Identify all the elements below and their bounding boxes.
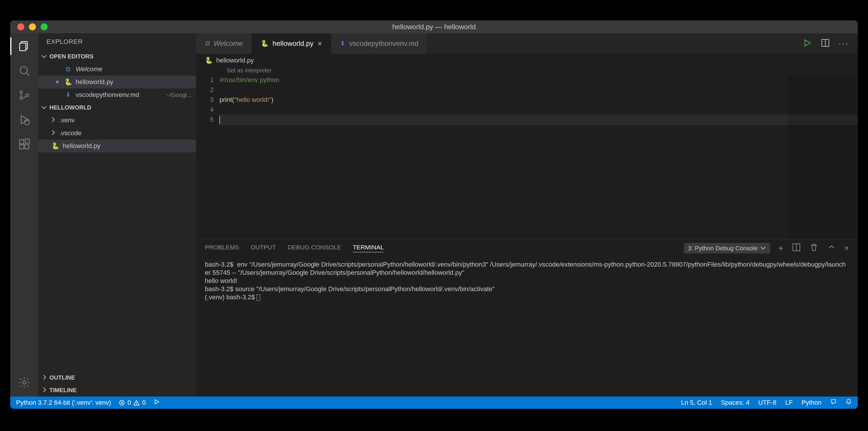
panel-tabs: PROBLEMSOUTPUTDEBUG CONSOLETERMINAL 3: P…	[196, 239, 858, 257]
line-number: 1	[196, 75, 214, 85]
explorer-sidebar: EXPLORER OPEN EDITORS ⧉Welcome×🐍hellowor…	[38, 33, 196, 397]
maximize-panel-icon[interactable]	[827, 243, 836, 254]
svg-point-13	[23, 381, 26, 384]
status-spaces[interactable]: Spaces: 4	[721, 399, 750, 406]
svg-rect-1	[20, 43, 26, 51]
line-number: 5	[196, 115, 214, 125]
open-editor-item[interactable]: ×🐍helloworld.py	[38, 76, 196, 89]
python-file-icon: 🐍	[205, 57, 213, 64]
svg-marker-24	[155, 400, 159, 404]
search-activity-icon[interactable]	[17, 64, 31, 78]
run-icon[interactable]	[803, 38, 812, 49]
svg-point-2	[20, 67, 28, 74]
breadcrumb-label: helloworld.py	[216, 57, 254, 64]
folder-item[interactable]: 🐍helloworld.py	[38, 140, 196, 153]
open-editor-label: vscodepythonvenv.md	[76, 91, 139, 99]
status-notifications-icon[interactable]	[845, 399, 852, 407]
minimize-window-button[interactable]	[29, 23, 36, 30]
open-editors-header[interactable]: OPEN EDITORS	[38, 50, 196, 63]
file-icon: 🐍	[51, 142, 59, 150]
status-language[interactable]: Python	[802, 399, 822, 406]
code-line[interactable]	[219, 85, 858, 95]
editor-tab[interactable]: 🐍helloworld.py×	[252, 33, 331, 54]
maximize-window-button[interactable]	[41, 23, 48, 30]
chevron-right-icon	[42, 375, 47, 380]
chevron-down-icon	[42, 105, 47, 110]
status-cursor[interactable]: Ln 5, Col 1	[681, 399, 712, 406]
folder-item[interactable]: .venv	[38, 114, 196, 127]
tab-label: vscodepythonvenv.md	[349, 39, 418, 47]
close-window-button[interactable]	[17, 23, 24, 30]
panel-tab-debug-console[interactable]: DEBUG CONSOLE	[287, 244, 341, 252]
close-panel-icon[interactable]: ×	[844, 243, 849, 253]
traffic-lights	[10, 23, 48, 30]
timeline-header[interactable]: TIMELINE	[38, 384, 196, 397]
chevron-down-icon	[42, 54, 47, 59]
editor-cursor	[219, 116, 220, 124]
close-editor-icon[interactable]: ×	[54, 78, 61, 86]
open-editor-item[interactable]: ⬇vscodepythonvenv.md~/Googl…	[38, 89, 196, 101]
more-actions-icon[interactable]: ···	[839, 39, 849, 48]
extensions-activity-icon[interactable]	[17, 137, 31, 151]
chevron-down-icon	[761, 246, 766, 251]
status-python[interactable]: Python 3.7.2 64-bit ('.venv': venv)	[16, 399, 111, 406]
folder-item-label: helloworld.py	[63, 142, 100, 150]
file-icon: ⬇	[340, 40, 345, 47]
editor-tab[interactable]: ⬇vscodepythonvenv.md	[331, 33, 428, 54]
file-icon: ⧉	[64, 65, 72, 73]
svg-point-4	[20, 91, 23, 94]
folder-header[interactable]: HELLOWORLD	[38, 101, 196, 114]
open-editor-path: ~/Googl…	[166, 92, 193, 98]
status-encoding[interactable]: UTF-8	[758, 399, 776, 406]
outline-header[interactable]: OUTLINE	[38, 371, 196, 384]
panel-tab-problems[interactable]: PROBLEMS	[205, 244, 239, 252]
svg-rect-11	[25, 145, 29, 149]
code-line[interactable]	[219, 105, 858, 115]
status-debug-start-icon[interactable]	[153, 399, 160, 407]
window-body: EXPLORER OPEN EDITORS ⧉Welcome×🐍hellowor…	[10, 33, 858, 397]
file-icon: ⬇	[64, 91, 72, 99]
code-editor[interactable]: 12345 #!/usr/bin/env pythonprint("hello …	[196, 75, 858, 239]
folder-item-label: .vscode	[59, 129, 82, 137]
kill-terminal-icon[interactable]	[809, 243, 818, 254]
file-icon: 🐍	[64, 78, 72, 86]
breadcrumb[interactable]: 🐍 helloworld.py	[196, 54, 858, 67]
panel-tab-output[interactable]: OUTPUT	[251, 244, 276, 252]
status-problems[interactable]: 0 0	[119, 399, 146, 406]
window-title: helloworld.py — helloworld	[392, 23, 475, 31]
minimap[interactable]	[787, 75, 858, 239]
panel-tab-terminal[interactable]: TERMINAL	[353, 244, 384, 252]
status-errors: 0	[127, 399, 131, 406]
tab-label: helloworld.py	[273, 39, 314, 47]
svg-rect-10	[20, 145, 24, 149]
terminal-output[interactable]: bash-3.2$ env "/Users/jemurray/Google Dr…	[196, 257, 858, 397]
tab-label: Welcome	[214, 39, 243, 47]
split-editor-icon[interactable]	[820, 38, 830, 49]
code-line[interactable]: print("hello world!")	[219, 95, 858, 105]
sidebar-title: EXPLORER	[38, 33, 196, 50]
explorer-activity-icon[interactable]	[17, 39, 31, 53]
split-terminal-icon[interactable]	[792, 243, 801, 254]
timeline-label: TIMELINE	[50, 387, 76, 394]
editor-tabs: ⧉Welcome🐍helloworld.py×⬇vscodepythonvenv…	[196, 33, 858, 54]
folder-item[interactable]: .vscode	[38, 127, 196, 140]
editor-tab[interactable]: ⧉Welcome	[196, 33, 252, 54]
open-editor-item[interactable]: ⧉Welcome	[38, 63, 196, 76]
settings-gear-icon[interactable]	[17, 375, 31, 390]
source-control-activity-icon[interactable]	[17, 88, 31, 102]
code-line[interactable]: #!/usr/bin/env python	[219, 75, 858, 85]
line-number: 3	[196, 95, 214, 105]
status-eol[interactable]: LF	[785, 399, 793, 406]
codelens-set-interpreter[interactable]: Set as interpreter	[196, 67, 858, 75]
code-body[interactable]: #!/usr/bin/env pythonprint("hello world!…	[219, 75, 858, 239]
close-tab-icon[interactable]: ×	[318, 39, 322, 48]
titlebar[interactable]: helloworld.py — helloworld	[10, 21, 858, 33]
new-terminal-icon[interactable]: +	[778, 243, 783, 253]
open-editors-label: OPEN EDITORS	[50, 53, 94, 60]
status-feedback-icon[interactable]	[830, 399, 837, 407]
code-line[interactable]	[219, 115, 858, 125]
terminal-selector[interactable]: 3: Python Debug Console	[684, 243, 770, 254]
debug-activity-icon[interactable]	[17, 113, 31, 127]
chevron-right-icon	[42, 388, 47, 393]
editor-group: ⧉Welcome🐍helloworld.py×⬇vscodepythonvenv…	[196, 33, 858, 397]
